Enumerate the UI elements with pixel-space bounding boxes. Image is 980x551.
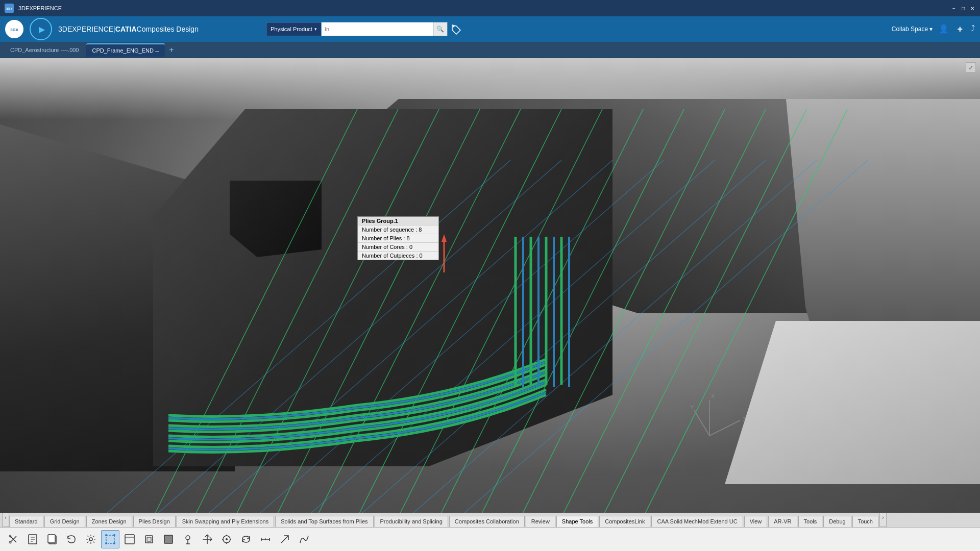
arrow-icon[interactable] (276, 530, 294, 548)
curve-icon[interactable] (295, 530, 313, 548)
collab-space-button[interactable]: Collab Space ▾ (892, 26, 933, 33)
svg-rect-56 (125, 535, 134, 544)
toolbar-tab-composites-collab[interactable]: Composites Collaboration (449, 516, 525, 527)
tooltip-plies: Number of Plies : 8 (358, 234, 438, 243)
svg-point-4 (453, 26, 454, 28)
minimize-button[interactable]: − (950, 5, 958, 12)
toolbar-tab-zones[interactable]: Zones Design (86, 516, 132, 527)
toolbar-tab-shape-tools[interactable]: Shape Tools (556, 516, 598, 527)
bottom-toolbar: ‹ Standard Grid Design Zones Design Plie… (0, 513, 980, 551)
toolbar-tab-grid[interactable]: Grid Design (44, 516, 85, 527)
svg-point-54 (105, 542, 107, 544)
window-icon[interactable] (120, 530, 139, 548)
svg-point-71 (226, 538, 228, 540)
transform-icon[interactable] (198, 530, 216, 548)
window-title: 3DEXPERIENCE (18, 5, 62, 11)
toolbar-icons (0, 528, 980, 551)
toolbar-tab-bar: ‹ Standard Grid Design Zones Design Plie… (0, 513, 980, 528)
title-bar: 3DX 3DEXPERIENCE − □ ✕ (0, 0, 980, 16)
surface-center (153, 109, 612, 466)
cutout-area (230, 181, 322, 257)
toolbar-tab-standard[interactable]: Standard (9, 516, 43, 527)
toolbar-tab-view[interactable]: View (744, 516, 768, 527)
search-dropdown[interactable]: Physical Product ▾ (266, 22, 321, 36)
pin-icon[interactable] (179, 530, 197, 548)
svg-text:3DX: 3DX (10, 28, 18, 32)
tab-cpd-aerostructure[interactable]: CPD_Aerostructure ----.000 (4, 43, 85, 57)
select-rect-icon[interactable] (101, 530, 119, 548)
app-name-product: CATIA (115, 25, 137, 33)
app-logo: 3DX (5, 20, 23, 38)
search-icon: 🔍 (436, 26, 444, 33)
svg-point-61 (186, 536, 190, 540)
svg-point-52 (105, 534, 107, 536)
tooltip-sequence: Number of sequence : 8 (358, 226, 438, 234)
search-dropdown-label: Physical Product (271, 26, 312, 32)
tooltip-cores: Number of Cores : 0 (358, 243, 438, 252)
profile-icon[interactable]: 👤 (939, 24, 949, 35)
share-icon[interactable]: ⤴ (971, 24, 975, 35)
svg-point-55 (113, 542, 115, 544)
add-icon[interactable]: + (957, 24, 963, 35)
cut-icon[interactable] (4, 530, 22, 548)
svg-point-50 (89, 538, 92, 541)
tooltip-group-name: Plies Group.1 (358, 217, 438, 226)
restore-button[interactable]: □ (960, 5, 967, 12)
toolbar-tab-solids[interactable]: Solids and Top Surfaces from Plies (275, 516, 373, 527)
document-icon[interactable] (23, 530, 42, 548)
snap-icon[interactable] (217, 530, 236, 548)
fill-icon[interactable] (159, 530, 178, 548)
svg-rect-51 (106, 535, 114, 543)
svg-text:3DX: 3DX (6, 7, 13, 11)
settings-icon[interactable] (82, 530, 100, 548)
window-controls[interactable]: − □ ✕ (950, 5, 976, 12)
svg-rect-59 (147, 537, 151, 541)
app-name: 3DEXPERIENCE | CATIA Composites Design (58, 25, 199, 33)
toolbar-tab-caa[interactable]: CAA Solid MechMod Extend UC (651, 516, 743, 527)
undo-icon[interactable] (62, 530, 81, 548)
copy-icon[interactable] (43, 530, 61, 548)
toolbar-tab-skin[interactable]: Skin Swapping and Ply Extensions (177, 516, 274, 527)
header-right: Collab Space ▾ 👤 + ⤴ (892, 24, 975, 35)
app-icon: 3DX (4, 3, 14, 13)
toolbar-scroll-right[interactable]: › (879, 513, 887, 527)
tooltip-box: Plies Group.1 Number of sequence : 8 Num… (357, 216, 439, 260)
app-name-module: Composites Design (137, 25, 199, 33)
search-button[interactable]: 🔍 (433, 22, 448, 36)
toolbar-scroll-left[interactable]: ‹ (2, 513, 9, 527)
toolbar-tab-touch[interactable]: Touch (852, 516, 878, 527)
tag-button[interactable] (448, 22, 465, 36)
svg-line-76 (281, 536, 288, 543)
play-button[interactable] (30, 18, 52, 40)
toolbar-tab-debug[interactable]: Debug (823, 516, 851, 527)
close-button[interactable]: ✕ (969, 5, 976, 12)
header-icons: 👤 + ⤴ (939, 24, 975, 35)
toolbar-tab-review[interactable]: Review (526, 516, 555, 527)
frame-icon[interactable] (140, 530, 158, 548)
app-header: 3DX 3DEXPERIENCE | CATIA Composites Desi… (0, 16, 980, 42)
toolbar-tab-composites-link[interactable]: CompositesLink (599, 516, 650, 527)
svg-point-53 (113, 534, 115, 536)
svg-rect-60 (164, 535, 173, 543)
tooltip-cutpieces: Number of Cutpieces : 0 (358, 252, 438, 260)
tab-bar: CPD_Aerostructure ----.000 CPD_Frame_ENG… (0, 42, 980, 58)
dropdown-arrow-icon: ▾ (314, 27, 317, 32)
measure-icon[interactable] (256, 530, 275, 548)
toolbar-tab-producibility[interactable]: Producibility and Splicing (375, 516, 448, 527)
svg-rect-49 (48, 535, 55, 543)
viewport: Z Y X Plies Group.1 Number of sequence :… (0, 58, 980, 522)
search-bar: Physical Product ▾ 🔍 (266, 22, 465, 36)
app-name-prefix: 3DEXPERIENCE (58, 25, 113, 33)
rotate-icon[interactable] (237, 530, 255, 548)
titlebar-left: 3DX 3DEXPERIENCE (4, 3, 62, 13)
toolbar-tab-plies[interactable]: Plies Design (133, 516, 176, 527)
toolbar-tab-ar-vr[interactable]: AR-VR (768, 516, 797, 527)
search-input[interactable] (321, 22, 433, 36)
toolbar-tab-tools[interactable]: Tools (798, 516, 823, 527)
tab-cpd-frame[interactable]: CPD_Frame_ENG_END -- (86, 43, 165, 57)
tab-add-button[interactable]: + (166, 45, 177, 55)
expand-button[interactable]: ⤢ (966, 62, 976, 72)
